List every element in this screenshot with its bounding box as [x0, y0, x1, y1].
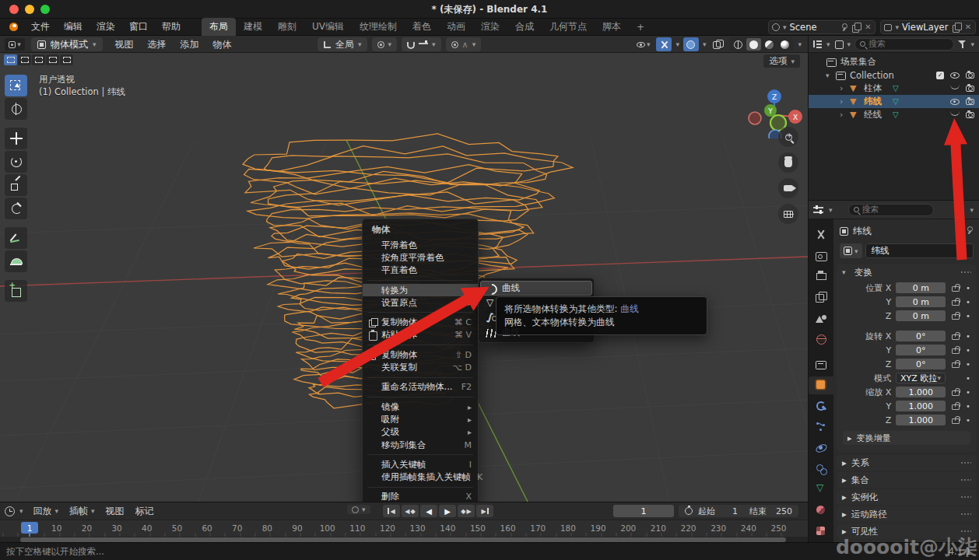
- collapsed-panel[interactable]: ▸ 可见性: [837, 523, 977, 539]
- context-menu-item[interactable]: 设置原点 ▸: [363, 296, 478, 309]
- timeline-menu-item[interactable]: 回放 ▾: [28, 503, 65, 520]
- collection-checkbox[interactable]: ✓: [936, 72, 944, 79]
- expand-chevron-icon[interactable]: [840, 83, 849, 93]
- play-button[interactable]: ▶: [439, 505, 456, 517]
- context-menu-item[interactable]: ▸: [367, 345, 473, 345]
- menu-item[interactable]: 渲染: [89, 19, 122, 35]
- tool-options-button[interactable]: 选项 ▾: [763, 54, 800, 68]
- context-menu-item[interactable]: 父级 ▸: [363, 426, 478, 439]
- select-mode-button[interactable]: [46, 54, 59, 65]
- visibility-eye-icon[interactable]: [950, 111, 960, 116]
- gizmos-dropdown[interactable]: ▾: [675, 40, 679, 48]
- timeline-menu-item[interactable]: 插帧 ▾: [64, 503, 100, 520]
- value-field[interactable]: 0°: [896, 359, 946, 369]
- properties-tab[interactable]: [809, 481, 833, 499]
- previous-keyframe-button[interactable]: ◀◆: [402, 505, 419, 517]
- unlock-icon[interactable]: [952, 416, 959, 424]
- context-menu-item[interactable]: 关联复制 ⌥ D ▸: [363, 361, 478, 373]
- gizmos-toggle[interactable]: [656, 37, 672, 51]
- pin-id-icon[interactable]: [964, 226, 974, 235]
- select-mode-button[interactable]: [18, 54, 31, 65]
- nav-button[interactable]: [778, 152, 798, 173]
- tool-button[interactable]: [5, 227, 27, 249]
- context-menu-item[interactable]: 按角度平滑着色 ▸: [363, 251, 478, 264]
- shading-mode-button[interactable]: [777, 38, 792, 51]
- tool-button[interactable]: [5, 280, 27, 302]
- chevron-down-icon[interactable]: ▾: [970, 206, 974, 214]
- properties-tab[interactable]: [809, 268, 833, 286]
- filter-funnel-icon[interactable]: [958, 40, 967, 48]
- context-menu-item[interactable]: 粘贴物体 ⌘ V ▸: [363, 329, 478, 341]
- panel-grip-icon[interactable]: [960, 530, 971, 533]
- context-menu-item[interactable]: 使用插帧集插入关键帧 K ▸: [363, 471, 478, 483]
- viewport-menu-item[interactable]: 视图: [109, 37, 140, 53]
- nav-button[interactable]: [778, 178, 798, 198]
- context-menu-item[interactable]: ▸: [367, 487, 473, 488]
- end-frame-field[interactable]: 250: [772, 506, 792, 516]
- render-camera-icon[interactable]: [966, 72, 974, 79]
- current-frame-playhead[interactable]: 1: [21, 522, 38, 534]
- properties-tab[interactable]: [809, 309, 833, 327]
- stopwatch-icon[interactable]: [685, 507, 693, 515]
- panel-grip-icon[interactable]: [960, 513, 971, 516]
- outliner-item-label[interactable]: 经线: [864, 109, 882, 121]
- value-field[interactable]: 0 m: [896, 296, 946, 307]
- overlays-dropdown[interactable]: ▾: [703, 40, 707, 48]
- outliner-item-label[interactable]: 柱体: [864, 82, 882, 94]
- animate-dot-icon[interactable]: •: [966, 388, 970, 397]
- pin-icon[interactable]: [839, 23, 848, 32]
- workspace-tab[interactable]: +: [629, 19, 652, 35]
- auto-keying-button[interactable]: ▾: [347, 505, 370, 514]
- value-field[interactable]: 1.000: [896, 401, 946, 411]
- panel-grip-icon[interactable]: [960, 478, 971, 481]
- shading-mode-button[interactable]: [731, 38, 746, 51]
- workspace-tab[interactable]: 布局: [202, 18, 236, 36]
- workspace-tab[interactable]: 脚本: [595, 18, 629, 36]
- tool-button[interactable]: [5, 151, 27, 173]
- unlock-icon[interactable]: [952, 332, 959, 340]
- outliner-row[interactable]: 柱体 ▽ ✓: [809, 82, 979, 95]
- workspace-tab[interactable]: 纹理绘制: [352, 18, 405, 36]
- value-field[interactable]: 1.000: [896, 415, 946, 425]
- properties-tab[interactable]: [809, 288, 833, 306]
- properties-tab[interactable]: [809, 501, 833, 520]
- animate-dot-icon[interactable]: •: [966, 374, 970, 383]
- render-camera-icon[interactable]: [966, 86, 974, 92]
- unlock-icon[interactable]: [952, 388, 959, 396]
- panel-grip-icon[interactable]: [960, 495, 971, 499]
- viewport-menu-item[interactable]: 添加: [174, 37, 205, 53]
- outliner-display-mode-icon[interactable]: [813, 40, 823, 48]
- properties-search[interactable]: [848, 204, 934, 216]
- context-menu-item[interactable]: 复制物体 ⇧ D ▸: [363, 348, 478, 361]
- context-menu-item[interactable]: 重命名活动物体... F2 ▸: [363, 381, 478, 394]
- tool-button[interactable]: [5, 98, 27, 120]
- panel-grip-icon[interactable]: [960, 461, 971, 464]
- shading-mode-button[interactable]: [746, 38, 761, 51]
- outliner-search[interactable]: [854, 38, 954, 51]
- blender-logo-icon[interactable]: [6, 23, 18, 32]
- close-icon[interactable]: ✕: [864, 23, 872, 32]
- properties-tab[interactable]: [809, 226, 833, 244]
- object-name-field[interactable]: 纬线: [865, 243, 974, 258]
- outliner-search-input[interactable]: [868, 39, 949, 49]
- workspace-tab[interactable]: 渲染: [473, 18, 507, 36]
- unlock-icon[interactable]: [952, 346, 959, 354]
- scene-selector[interactable]: ▾ Scene ✕: [768, 20, 876, 34]
- next-keyframe-button[interactable]: ◆▶: [458, 505, 475, 517]
- viewport-menu-item[interactable]: 物体: [207, 37, 238, 53]
- collapsed-panel[interactable]: ▸ 实例化: [837, 489, 977, 505]
- expand-chevron-icon[interactable]: [840, 96, 849, 107]
- properties-tab[interactable]: [809, 355, 833, 374]
- animate-dot-icon[interactable]: •: [966, 332, 970, 341]
- shading-mode-button[interactable]: [762, 38, 777, 51]
- context-menu-item[interactable]: 平滑着色 ▸: [363, 239, 478, 251]
- editor-type-selector[interactable]: ▾: [5, 38, 25, 51]
- animate-dot-icon[interactable]: •: [966, 312, 970, 320]
- start-frame-field[interactable]: 1: [721, 506, 738, 516]
- properties-tab[interactable]: [809, 330, 833, 348]
- properties-tab[interactable]: [809, 247, 833, 265]
- pivot-point-selector[interactable]: ▾: [372, 37, 398, 51]
- context-menu-item[interactable]: 插入关键帧 I ▸: [363, 458, 478, 471]
- workspace-tab[interactable]: 合成: [507, 18, 542, 36]
- tool-button[interactable]: [5, 174, 27, 196]
